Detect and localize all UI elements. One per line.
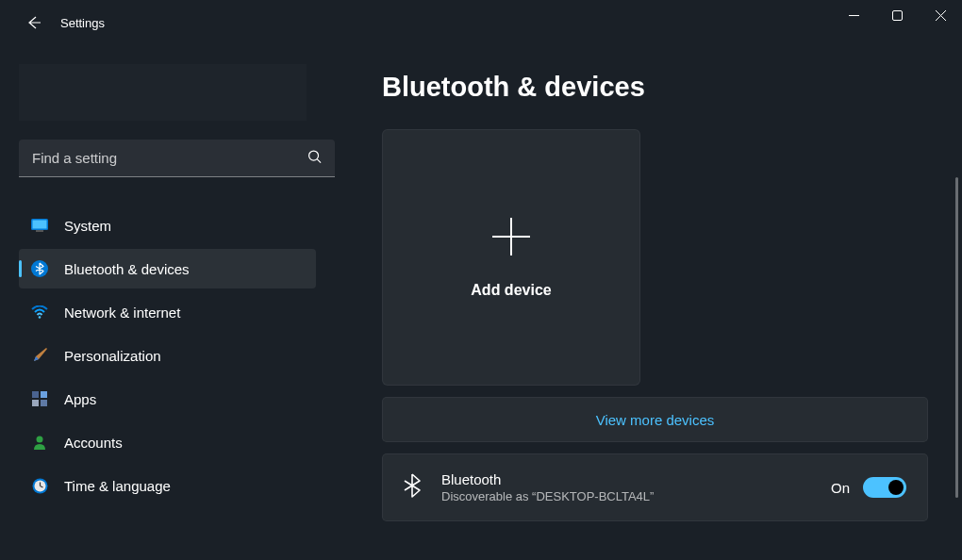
content: Bluetooth & devices Add device View more… bbox=[335, 45, 962, 560]
sidebar-item-personalization[interactable]: Personalization bbox=[19, 336, 316, 375]
person-icon bbox=[30, 433, 49, 452]
add-device-label: Add device bbox=[471, 282, 551, 299]
add-device-card[interactable]: Add device bbox=[382, 129, 640, 386]
plus-icon bbox=[490, 216, 532, 261]
apps-icon bbox=[30, 389, 49, 408]
app-title: Settings bbox=[60, 16, 105, 30]
page-title: Bluetooth & devices bbox=[382, 72, 928, 103]
clock-globe-icon bbox=[30, 476, 49, 495]
bluetooth-row: Bluetooth Discoverable as “DESKTOP-BCLTA… bbox=[382, 453, 928, 521]
svg-rect-1 bbox=[892, 10, 902, 20]
sidebar-item-label: Time & language bbox=[64, 478, 171, 494]
close-button[interactable] bbox=[919, 0, 962, 30]
bluetooth-toggle-area: On bbox=[831, 477, 906, 498]
sidebar-item-time-language[interactable]: Time & language bbox=[19, 466, 316, 505]
sidebar-item-label: Bluetooth & devices bbox=[64, 261, 190, 277]
system-icon bbox=[30, 216, 49, 235]
arrow-left-icon bbox=[26, 15, 41, 30]
search-wrap bbox=[19, 140, 335, 177]
sidebar-item-label: Network & internet bbox=[64, 305, 180, 321]
svg-rect-13 bbox=[32, 400, 39, 406]
sidebar-item-apps[interactable]: Apps bbox=[19, 379, 316, 419]
scrollbar[interactable] bbox=[955, 177, 958, 498]
sidebar-item-label: System bbox=[64, 218, 111, 234]
bluetooth-state-label: On bbox=[831, 480, 850, 496]
back-button[interactable] bbox=[19, 8, 49, 38]
bluetooth-icon bbox=[404, 473, 421, 502]
bluetooth-icon bbox=[30, 259, 49, 278]
bluetooth-toggle[interactable] bbox=[863, 477, 906, 498]
view-more-label: View more devices bbox=[596, 412, 715, 428]
sidebar-item-bluetooth-devices[interactable]: Bluetooth & devices bbox=[19, 249, 316, 288]
bluetooth-text: Bluetooth Discoverable as “DESKTOP-BCLTA… bbox=[441, 471, 831, 503]
titlebar: Settings bbox=[0, 0, 962, 45]
svg-rect-11 bbox=[32, 391, 39, 398]
sidebar-item-label: Personalization bbox=[64, 348, 161, 364]
sidebar-item-network[interactable]: Network & internet bbox=[19, 292, 316, 332]
view-more-devices-button[interactable]: View more devices bbox=[382, 397, 928, 442]
svg-point-10 bbox=[39, 316, 41, 319]
minimize-button[interactable] bbox=[832, 0, 875, 30]
bluetooth-title: Bluetooth bbox=[441, 471, 831, 487]
svg-rect-12 bbox=[41, 391, 47, 398]
close-icon bbox=[936, 10, 946, 21]
maximize-button[interactable] bbox=[875, 0, 919, 30]
sidebar-item-label: Accounts bbox=[64, 435, 123, 451]
sidebar-item-accounts[interactable]: Accounts bbox=[19, 422, 316, 462]
toggle-knob bbox=[888, 480, 904, 495]
search-input[interactable] bbox=[19, 140, 335, 177]
svg-rect-14 bbox=[41, 400, 47, 406]
paintbrush-icon bbox=[30, 346, 49, 365]
sidebar-item-label: Apps bbox=[64, 391, 96, 407]
bluetooth-subtitle: Discoverable as “DESKTOP-BCLTA4L” bbox=[441, 489, 831, 503]
minimize-icon bbox=[849, 10, 859, 21]
svg-rect-7 bbox=[33, 221, 47, 229]
sidebar: System Bluetooth & devices Network & int… bbox=[0, 45, 335, 560]
nav-list: System Bluetooth & devices Network & int… bbox=[19, 206, 335, 505]
window-controls bbox=[832, 0, 962, 30]
sidebar-item-system[interactable]: System bbox=[19, 206, 316, 245]
maximize-icon bbox=[892, 10, 903, 21]
wifi-icon bbox=[30, 303, 49, 321]
profile-area bbox=[19, 64, 307, 121]
svg-rect-8 bbox=[36, 230, 43, 232]
svg-point-15 bbox=[37, 436, 43, 443]
